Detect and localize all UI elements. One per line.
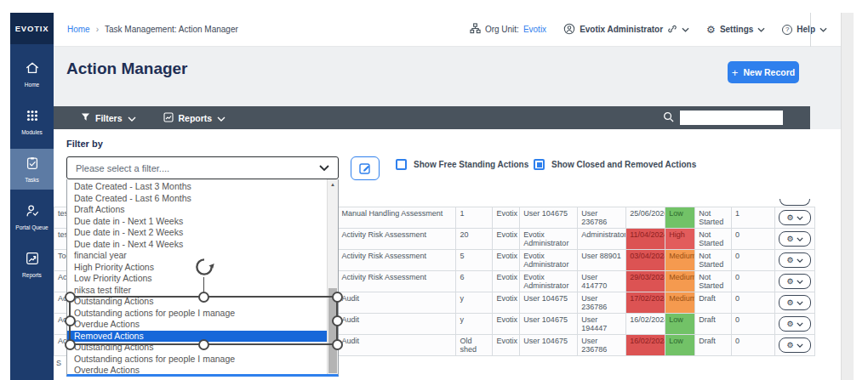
selection-handle[interactable] [65, 315, 76, 326]
filter-option[interactable]: Outstanding actions for people I manage [67, 354, 327, 366]
cell-assigned-user: User 236786 [578, 335, 626, 355]
filter-option[interactable]: Outstanding actions for people I manage [67, 308, 327, 320]
selection-handle[interactable] [198, 339, 209, 350]
sidebar-item-modules[interactable]: Modules [10, 101, 54, 142]
sidebar-item-portal-queue[interactable]: Portal Queue [10, 196, 54, 237]
filter-option[interactable]: Date Created - Last 6 Months [67, 193, 327, 205]
selection-handle[interactable] [332, 292, 343, 303]
help-label: Help [797, 25, 815, 34]
topbar-right: Org Unit: Evotix Evotix Administrator ⚙ … [470, 23, 827, 37]
cell-due-date: 11/04/2024 [626, 229, 665, 249]
cell-value: 20 [456, 229, 493, 249]
help-icon: ? [782, 25, 792, 35]
filter-option[interactable]: Due date in - Next 4 Weeks [67, 239, 327, 251]
show-closed-removed-checkbox[interactable] [534, 159, 545, 170]
row-actions-button[interactable]: ⚙ [779, 316, 811, 332]
search-input[interactable] [680, 111, 783, 125]
cell-org-unit: Evotix [493, 292, 520, 313]
modules-grid-icon [25, 108, 40, 127]
row-actions-button[interactable]: ⚙ [779, 337, 811, 353]
cell-org-unit: Evotix [493, 250, 520, 270]
filter-option[interactable]: Outstanding Actions [67, 296, 327, 308]
chevron-down-icon [797, 322, 803, 326]
sidebar-item-tasks[interactable]: Tasks [10, 149, 54, 190]
cell-value: 5 [456, 250, 493, 270]
selection-handle[interactable] [332, 339, 343, 350]
filter-option[interactable]: Draft Actions [67, 204, 327, 216]
chevron-down-icon [797, 237, 803, 241]
row-actions-button[interactable]: ⚙ [779, 252, 811, 268]
gear-icon: ⚙ [786, 235, 793, 243]
settings-menu[interactable]: ⚙ Settings [706, 24, 765, 36]
reports-menu[interactable]: Reports [163, 112, 226, 124]
page-scrollbar[interactable] [841, 13, 854, 380]
filter-option[interactable]: Removed Actions [67, 331, 327, 343]
row-actions-button[interactable]: ⚙ [779, 210, 811, 225]
rotate-handle-icon[interactable] [193, 256, 215, 278]
sidebar-item-label: Modules [21, 129, 43, 135]
cell-assessment-type: Audit [339, 292, 457, 313]
filter-option[interactable]: Due date in - Next 1 Weeks [67, 216, 327, 228]
cell-status: Draft [695, 292, 732, 313]
user-menu[interactable]: Evotix Administrator [563, 23, 689, 37]
reports-chart-icon [25, 251, 40, 269]
cell-row-actions: ⚙ [775, 229, 815, 249]
filter-select-value: Please select a filter.... [76, 163, 169, 173]
cell-priority-badge: Low [665, 335, 695, 355]
cell-count: 1 [732, 207, 775, 228]
cell-org-unit: Evotix [493, 271, 520, 292]
selection-handle[interactable] [65, 292, 76, 303]
filters-menu[interactable]: Filters [81, 112, 136, 123]
cell-status: Not Started [695, 207, 732, 228]
sidebar-item-label: Reports [22, 272, 42, 278]
cell-count: 0 [732, 292, 775, 313]
row-actions-button[interactable]: ⚙ [779, 231, 811, 247]
show-free-standing-checkbox[interactable] [396, 159, 407, 170]
org-unit-value-link[interactable]: Evotix [523, 25, 546, 34]
new-record-button[interactable]: + New Record [728, 61, 799, 83]
cell-assessment-type: Audit [339, 314, 457, 334]
breadcrumb: Home › Task Management: Action Manager [67, 25, 238, 34]
breadcrumb-separator: › [96, 25, 99, 34]
filter-option[interactable]: Date Created - Last 3 Months [67, 181, 327, 193]
selection-handle[interactable] [332, 315, 343, 326]
cell-row-actions: ⚙ [775, 292, 815, 313]
sidebar-item-reports[interactable]: Reports [10, 244, 54, 285]
org-chart-icon [470, 23, 481, 36]
edit-filter-button[interactable] [351, 156, 380, 180]
help-menu[interactable]: ? Help [782, 25, 827, 35]
selection-handle[interactable] [65, 339, 76, 350]
settings-label: Settings [720, 25, 753, 34]
row-actions-button[interactable]: ⚙ [779, 274, 811, 289]
filter-option[interactable]: niksa test filter [67, 285, 327, 297]
cell-row-actions: ⚙ [775, 250, 815, 270]
show-free-standing-group: Show Free Standing Actions [396, 159, 528, 170]
cell-assessment-type: Audit [339, 335, 457, 355]
cell-owner: User 104675 [520, 335, 578, 355]
cell-row-actions: ⚙ [775, 335, 815, 355]
filter-select[interactable]: Please select a filter.... [66, 156, 339, 179]
cell-due-date: 25/06/2026 [626, 207, 665, 228]
sidebar-item-label: Portal Queue [15, 224, 48, 230]
cell-row-actions: ⚙ [775, 314, 815, 334]
chevron-down-icon [682, 25, 689, 34]
cell-assigned-user: User 194447 [578, 314, 626, 334]
cell-due-date: 17/02/2024 [626, 292, 665, 313]
cell-value: y [456, 292, 493, 313]
row-actions-button[interactable]: ⚙ [779, 295, 811, 310]
filter-option[interactable]: Overdue Actions [67, 319, 327, 331]
sidebar-item-home[interactable]: Home [10, 54, 54, 94]
cell-due-date: 16/02/2024 [626, 335, 665, 355]
portal-queue-icon [25, 203, 40, 222]
new-record-label: New Record [743, 67, 795, 77]
cell-org-unit: Evotix [493, 207, 520, 228]
cell-row-actions: ⚙ [775, 271, 815, 292]
cell-count: 0 [732, 335, 775, 355]
org-unit-label: Org Unit: [485, 25, 519, 34]
sidebar-item-label: Tasks [25, 177, 39, 183]
filter-option[interactable]: Due date in - Next 2 Weeks [67, 227, 327, 239]
breadcrumb-home-link[interactable]: Home [67, 25, 90, 34]
filter-option[interactable]: Overdue Actions [67, 365, 327, 374]
selection-handle[interactable] [198, 292, 209, 303]
scroll-up-arrow-icon[interactable]: ▲ [328, 179, 338, 190]
